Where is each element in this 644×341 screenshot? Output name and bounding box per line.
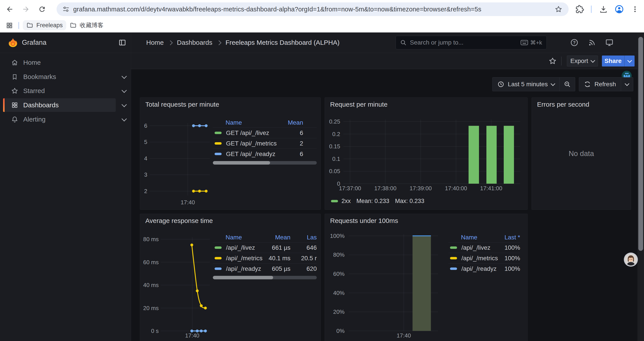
breadcrumb-dashboards[interactable]: Dashboards (177, 39, 212, 46)
profile-icon[interactable] (614, 5, 624, 14)
search-icon (400, 39, 407, 46)
dashboard-star-icon[interactable] (548, 57, 557, 65)
chevron-right-icon (216, 40, 222, 46)
series-name: /api/_/livez (226, 244, 255, 251)
export-button[interactable]: Export (567, 56, 598, 67)
folder-icon (26, 22, 33, 29)
table-row[interactable]: GET /api/_/readyz 6 (213, 149, 317, 159)
panel-title[interactable]: Total requests per minute (145, 101, 219, 108)
time-range-picker[interactable]: Last 5 minutes (492, 78, 560, 91)
sidebar-item-starred[interactable]: Starred (3, 84, 116, 98)
panel-title[interactable]: Requests under 100ms (330, 217, 398, 224)
table-row[interactable]: /api/_/readyz 100% (448, 263, 520, 274)
bar-chart[interactable]: 0.250.20.150.10.05017:37:0017:38:0017:39… (325, 115, 522, 203)
bookmark-folder-freeleaps[interactable]: Freeleaps (23, 20, 66, 30)
series-color-pill (214, 246, 222, 249)
browser-chrome: grafana.mathmast.com/d/deytv4rwavabkb/fr… (0, 0, 644, 33)
table-row[interactable]: GET /api/_/metrics 2 (213, 138, 317, 149)
area-chart[interactable]: 100%80%60%40%20%0%17:40 (325, 231, 448, 341)
scrollbar-thumb[interactable] (638, 37, 643, 251)
menu-icon[interactable] (630, 5, 640, 14)
share-menu-button[interactable] (624, 56, 634, 67)
svg-text:100%: 100% (330, 233, 345, 239)
grafana-brand[interactable]: Grafana (22, 33, 46, 53)
timeseries-chart[interactable]: 6543217:40 (140, 119, 216, 209)
breadcrumb: Home Dashboards Freeleaps Metrics Dashbo… (146, 33, 340, 53)
legend-scrollbar[interactable] (213, 161, 317, 165)
column-header-mean[interactable]: Mean (288, 119, 303, 126)
table-row[interactable]: /api/_/metrics 40.1 ms 20.5 r (213, 253, 317, 263)
extensions-icon[interactable] (575, 5, 584, 14)
legend-table: Name Mean GET /api/_/livez 6 GET /api/_/… (213, 118, 317, 165)
url-text[interactable]: grafana.mathmast.com/d/deytv4rwavabkb/fr… (73, 6, 547, 13)
download-icon[interactable] (599, 5, 608, 14)
scrollbar-thumb[interactable] (213, 161, 270, 165)
scrollbar-thumb[interactable] (213, 276, 273, 279)
floating-assistant-avatar[interactable] (624, 253, 638, 267)
folder-icon (70, 22, 77, 29)
news-rss-icon[interactable] (587, 38, 597, 47)
address-bar[interactable]: grafana.mathmast.com/d/deytv4rwavabkb/fr… (56, 3, 568, 16)
mega-menu-toggle-icon[interactable] (118, 39, 126, 47)
bookmark-star-icon[interactable] (554, 5, 562, 13)
no-data-message: No data (532, 98, 631, 210)
table-row[interactable]: GET /api/_/livez 6 (213, 128, 317, 138)
apps-grid-icon[interactable] (4, 21, 14, 30)
search-input[interactable]: Search or jump to... ⌘+k (396, 36, 547, 49)
series-mean: 661 µs (272, 244, 290, 251)
share-button[interactable]: Share (602, 56, 624, 67)
svg-text:17:39:00: 17:39:00 (410, 185, 432, 192)
svg-text:20 ms: 20 ms (143, 305, 159, 311)
bookmarks-bar: Freeleaps 收藏博客 (0, 19, 644, 33)
table-row[interactable]: /api/_/livez 661 µs 646 (213, 242, 317, 253)
column-header-name[interactable]: Name (226, 234, 242, 241)
reload-icon[interactable] (37, 5, 47, 14)
sidebar-expand-bookmarks[interactable] (120, 70, 128, 84)
bookmark-folder-blogs[interactable]: 收藏博客 (66, 20, 107, 30)
panel-average-response-time: Average response time 80 ms60 ms40 ms20 … (140, 214, 321, 341)
table-row[interactable]: /api/_/metrics 100% (448, 253, 520, 263)
table-row[interactable]: /api/_/livez 100% (448, 242, 520, 253)
back-icon[interactable] (5, 5, 14, 14)
series-mean: 605 µs (272, 265, 290, 272)
grafana-logo-icon[interactable] (8, 38, 18, 48)
sidebar-expand-starred[interactable] (120, 84, 128, 98)
column-header-mean[interactable]: Mean (275, 234, 290, 241)
series-color-pill (450, 267, 457, 270)
series-last: 646 (306, 244, 317, 251)
help-icon[interactable]: ? (570, 38, 579, 47)
monitor-icon[interactable] (604, 38, 614, 47)
legend-scrollbar[interactable] (213, 276, 317, 279)
sidebar-item-bookmarks[interactable]: Bookmarks (3, 70, 116, 84)
table-row[interactable]: /api/_/readyz 605 µs 620 (213, 263, 317, 274)
column-header-name[interactable]: Name (461, 234, 478, 241)
svg-text:40 ms: 40 ms (143, 282, 159, 288)
sidebar-expand-alerting[interactable] (120, 113, 128, 126)
page-scrollbar[interactable] (638, 33, 644, 341)
column-header-last[interactable]: Last * (504, 234, 520, 241)
series-mean: 6 (300, 151, 303, 158)
sidebar-expand-dashboards[interactable] (120, 98, 128, 112)
breadcrumb-home[interactable]: Home (146, 39, 164, 46)
series-name: /api/_/metrics (462, 255, 498, 262)
sidebar-item-alerting[interactable]: Alerting (3, 113, 116, 126)
actions-divider (561, 57, 562, 65)
sidebar-item-home[interactable]: Home (3, 56, 116, 69)
svg-text:0.2: 0.2 (332, 131, 340, 137)
forward-icon[interactable] (21, 5, 31, 14)
column-header-name[interactable]: Name (226, 119, 242, 126)
sidebar-item-dashboards[interactable]: Dashboards (3, 98, 116, 112)
zoom-out-button[interactable] (560, 78, 575, 91)
column-header-last[interactable]: Las (307, 234, 317, 241)
legend-item[interactable]: 2xx (331, 198, 351, 204)
svg-text:17:41:00: 17:41:00 (480, 185, 502, 192)
refresh-interval-button[interactable] (621, 78, 633, 91)
site-info-icon[interactable] (62, 6, 70, 13)
refresh-button[interactable]: Refresh (579, 78, 621, 91)
panel-title[interactable]: Request per minute (330, 101, 388, 108)
keyboard-icon (520, 40, 528, 46)
panel-title[interactable]: Average response time (145, 217, 213, 224)
svg-text:2: 2 (144, 188, 147, 194)
svg-text:6: 6 (144, 122, 147, 129)
timeseries-chart[interactable]: 80 ms60 ms40 ms20 ms0 s17:40 (140, 235, 216, 340)
